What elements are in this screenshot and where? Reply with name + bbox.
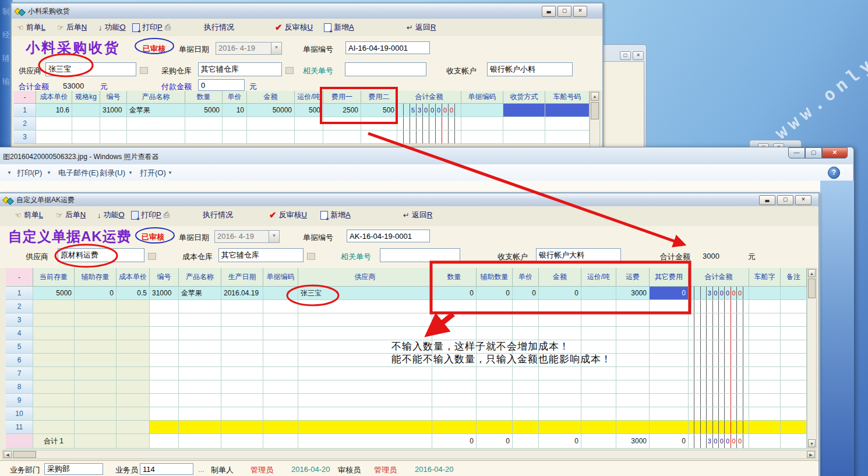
grid-cell[interactable] xyxy=(513,434,539,449)
row-number[interactable]: 1 xyxy=(6,287,33,300)
grid-cell[interactable] xyxy=(432,300,477,313)
scrollbar-thumb[interactable] xyxy=(808,278,816,298)
row-number[interactable] xyxy=(6,434,33,449)
grid-cell[interactable] xyxy=(503,131,545,144)
grid-cell[interactable]: 金苹果 xyxy=(179,287,221,300)
grid-cell[interactable] xyxy=(749,300,781,313)
grid-cell[interactable] xyxy=(221,394,263,407)
grid-cell[interactable] xyxy=(513,313,539,327)
amount-digit-grid[interactable] xyxy=(689,327,749,340)
grid-cell[interactable]: 10.6 xyxy=(36,104,72,117)
grid-cell[interactable] xyxy=(323,131,361,144)
grid-cell[interactable] xyxy=(75,367,117,380)
column-header[interactable]: 产品名称 xyxy=(127,91,185,104)
column-header[interactable]: 单据编码 xyxy=(461,91,503,104)
chevron-down-icon[interactable]: ▼ xyxy=(271,43,281,54)
grid-cell[interactable] xyxy=(263,327,298,340)
more-button[interactable]: ... xyxy=(198,465,204,474)
grid-cell[interactable] xyxy=(33,407,75,421)
lookup-icon[interactable] xyxy=(307,253,315,260)
grid-cell[interactable]: 500 xyxy=(361,104,397,117)
toolbar-unaudit[interactable]: ✔反审核U xyxy=(269,209,307,221)
column-header[interactable]: 车船号码 xyxy=(545,91,590,104)
grid-cell[interactable] xyxy=(75,407,117,421)
account-input[interactable] xyxy=(536,248,621,262)
column-header[interactable]: 数量 xyxy=(432,268,477,287)
grid-cell[interactable] xyxy=(581,421,616,434)
grid-cell[interactable]: 0 xyxy=(432,287,477,300)
grid-cell[interactable] xyxy=(616,327,650,340)
toolbar-next-doc[interactable]: ☞后单N xyxy=(57,22,87,33)
row-number[interactable]: 2 xyxy=(14,117,36,131)
grid-cell[interactable] xyxy=(616,340,650,354)
grid-cell[interactable] xyxy=(749,287,781,300)
toolbar-unaudit[interactable]: ✔反审核U xyxy=(275,22,313,33)
grid-cell[interactable]: 合计 1 xyxy=(33,434,75,449)
minimize-icon[interactable]: — xyxy=(788,147,805,158)
grid-cell[interactable] xyxy=(179,394,221,407)
grid-cell[interactable] xyxy=(650,300,689,313)
help-icon[interactable]: ? xyxy=(828,167,840,179)
grid-cell[interactable] xyxy=(75,421,117,434)
grid-cell[interactable] xyxy=(75,327,117,340)
grid-cell[interactable]: 500 xyxy=(295,104,323,117)
grid-cell[interactable] xyxy=(461,117,503,131)
column-header[interactable]: 供应商 xyxy=(298,268,432,287)
toolbar-next-doc[interactable]: ☞后单N xyxy=(56,209,86,221)
amount-digit-grid[interactable] xyxy=(689,421,749,434)
grid-cell[interactable] xyxy=(539,327,581,340)
grid-cell[interactable] xyxy=(432,421,477,434)
scrollbar-thumb[interactable] xyxy=(13,451,36,458)
grid-cell[interactable] xyxy=(221,407,263,421)
toolbar-return[interactable]: ↵返回R xyxy=(403,209,432,221)
grid-cell[interactable] xyxy=(323,117,361,131)
supplier-input[interactable] xyxy=(58,248,144,262)
grid-cell[interactable] xyxy=(221,300,263,313)
grid-cell[interactable] xyxy=(432,380,477,394)
related-doc-input[interactable] xyxy=(345,62,426,76)
grid-cell[interactable] xyxy=(179,340,221,354)
grid-cell[interactable]: 0 xyxy=(432,434,477,449)
grid-cell[interactable] xyxy=(781,407,807,421)
grid-cell[interactable] xyxy=(263,367,298,380)
grid-cell[interactable] xyxy=(539,407,581,421)
grid-cell[interactable] xyxy=(477,300,513,313)
grid-cell[interactable] xyxy=(432,367,477,380)
grid-cell[interactable]: 2500 xyxy=(323,104,361,117)
date-combo[interactable]: 2016- 4-19▼ xyxy=(216,42,282,55)
amount-digit-grid[interactable] xyxy=(689,300,749,313)
column-header[interactable]: 数量 xyxy=(185,91,223,104)
vertical-scrollbar[interactable]: ▲ xyxy=(590,91,600,148)
grid-cell[interactable] xyxy=(513,394,539,407)
docno-input[interactable] xyxy=(345,41,430,54)
grid-cell[interactable] xyxy=(100,117,127,131)
column-header[interactable]: 成本单价 xyxy=(117,268,150,287)
grid-cell[interactable] xyxy=(33,394,75,407)
toolbar-prev-doc[interactable]: ☜前单L xyxy=(17,22,45,33)
grid-cell[interactable] xyxy=(513,327,539,340)
grid-cell[interactable] xyxy=(117,407,150,421)
grid-cell[interactable] xyxy=(781,287,807,300)
grid-cell[interactable] xyxy=(361,131,397,144)
grid-cell[interactable] xyxy=(545,131,590,144)
grid-cell[interactable] xyxy=(616,380,650,394)
grid-cell[interactable]: 张三宝 xyxy=(298,287,432,300)
grid-cell[interactable] xyxy=(221,354,263,367)
grid-cell[interactable] xyxy=(221,434,263,449)
grid-cell[interactable] xyxy=(298,421,432,434)
toolbar-functions[interactable]: ↓功能O xyxy=(98,22,126,33)
grid-cell[interactable] xyxy=(749,407,781,421)
grid-cell[interactable] xyxy=(263,407,298,421)
grid-cell[interactable] xyxy=(477,421,513,434)
grid-cell[interactable] xyxy=(581,394,616,407)
grid-cell[interactable] xyxy=(477,313,513,327)
grid-cell[interactable] xyxy=(179,367,221,380)
amount-digit-grid[interactable] xyxy=(397,117,461,131)
grid-cell[interactable] xyxy=(33,300,75,313)
grid-cell[interactable] xyxy=(298,300,432,313)
chevron-down-icon[interactable]: ▼ xyxy=(128,170,133,175)
grid-cell[interactable]: 0 xyxy=(477,287,513,300)
grid-cell[interactable] xyxy=(545,104,590,117)
column-header[interactable]: 金额 xyxy=(539,268,581,287)
grid-cell[interactable] xyxy=(72,117,100,131)
